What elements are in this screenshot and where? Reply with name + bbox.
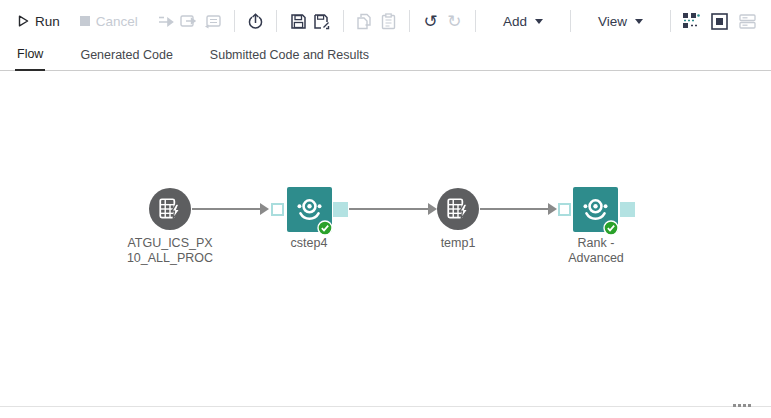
- toolbar-divider: [570, 10, 571, 32]
- chevron-down-icon: [535, 19, 543, 24]
- success-badge-icon: [317, 220, 333, 236]
- node-label: ATGU_ICS_PX 10_ALL_PROC: [118, 236, 222, 266]
- toolbar: Run Cancel: [0, 0, 771, 42]
- toolbar-divider: [670, 10, 671, 32]
- connector-arrow-icon: [548, 203, 557, 215]
- output-port[interactable]: [620, 202, 635, 217]
- connector-line: [349, 208, 428, 210]
- redo-icon[interactable]: ↻: [442, 8, 466, 34]
- run-button[interactable]: Run: [12, 10, 66, 33]
- view-dropdown-label: View: [598, 14, 627, 29]
- input-port[interactable]: [558, 203, 571, 216]
- node-label: Rank - Advanced: [563, 236, 629, 266]
- output-port[interactable]: [333, 202, 348, 217]
- run-to-selection-icon[interactable]: [201, 8, 225, 34]
- paste-icon[interactable]: [376, 8, 400, 34]
- tab-submitted-code-results[interactable]: Submitted Code and Results: [208, 48, 371, 70]
- copy-icon[interactable]: [353, 8, 377, 34]
- tab-bar: Flow Generated Code Submitted Code and R…: [0, 42, 771, 71]
- flow-node-table-temp1[interactable]: [437, 188, 479, 230]
- connector-arrow-icon: [428, 203, 437, 215]
- toolbar-divider: [409, 10, 410, 32]
- bottom-panel-icon[interactable]: [735, 8, 759, 34]
- sas-studio-flow-window: Run Cancel: [0, 0, 771, 418]
- save-icon[interactable]: [286, 8, 310, 34]
- add-dropdown-label: Add: [503, 14, 527, 29]
- run-button-label: Run: [35, 14, 60, 29]
- node-label: cstep4: [259, 236, 359, 251]
- save-as-icon[interactable]: [310, 8, 334, 34]
- connector-arrow-icon: [260, 203, 269, 215]
- tab-flow[interactable]: Flow: [15, 47, 45, 71]
- flow-canvas[interactable]: ATGU_ICS_PX 10_ALL_PROC cstep4: [0, 71, 771, 406]
- tab-submitted-code-results-label: Submitted Code and Results: [210, 48, 369, 62]
- stop-icon: [80, 16, 90, 26]
- tab-generated-code[interactable]: Generated Code: [78, 48, 174, 70]
- flow-node-table-atgu[interactable]: [149, 188, 191, 230]
- view-dropdown[interactable]: View: [588, 10, 653, 33]
- connector-line: [192, 208, 260, 210]
- toolbar-divider: [234, 10, 235, 32]
- overview-icon[interactable]: [708, 8, 732, 34]
- tab-generated-code-label: Generated Code: [80, 48, 172, 62]
- run-selected-icon[interactable]: [154, 8, 178, 34]
- cancel-button-label: Cancel: [96, 14, 138, 29]
- tab-flow-label: Flow: [17, 47, 43, 61]
- splitter-grip-icon[interactable]: [733, 404, 751, 407]
- bottom-splitter[interactable]: [0, 406, 771, 407]
- toolbar-divider: [475, 10, 476, 32]
- toolbar-divider: [343, 10, 344, 32]
- run-from-selection-icon[interactable]: [177, 8, 201, 34]
- toolbar-divider: [276, 10, 277, 32]
- connector-line: [480, 208, 548, 210]
- add-dropdown[interactable]: Add: [493, 10, 553, 33]
- play-icon: [18, 15, 29, 27]
- undo-icon[interactable]: ↺: [419, 8, 443, 34]
- cancel-button[interactable]: Cancel: [74, 10, 144, 33]
- input-port[interactable]: [271, 203, 284, 216]
- submit-icon[interactable]: [244, 8, 268, 34]
- arrange-nodes-icon[interactable]: [680, 8, 704, 34]
- table-icon: [445, 196, 471, 222]
- chevron-down-icon: [635, 19, 643, 24]
- success-badge-icon: [603, 220, 619, 236]
- node-label: temp1: [408, 236, 508, 251]
- table-icon: [157, 196, 183, 222]
